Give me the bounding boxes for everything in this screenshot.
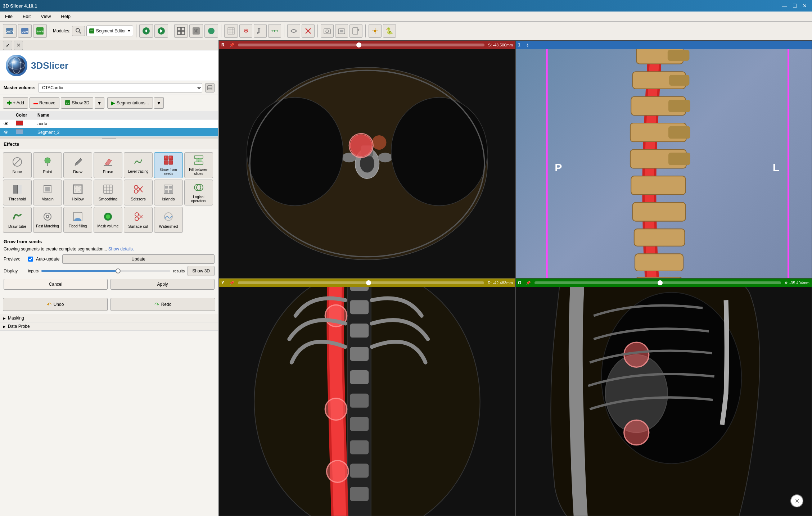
ruler-btn[interactable] (268, 24, 281, 38)
effect-paint-btn[interactable]: Paint (33, 152, 62, 178)
show-3d-dropdown-btn[interactable]: ▼ (95, 97, 104, 109)
effect-draw-tube-btn[interactable]: Draw tube (3, 207, 32, 233)
effect-logical-btn[interactable]: Logical operators (184, 180, 213, 205)
close-tool-btn[interactable] (302, 24, 315, 38)
show-details-link[interactable]: Show details. (108, 246, 134, 252)
green-slider-track[interactable] (534, 281, 781, 284)
dcm-btn[interactable]: DCM (18, 24, 32, 38)
pencil-btn[interactable] (254, 24, 267, 38)
orient-btn[interactable] (369, 24, 382, 38)
svg-rect-127 (668, 50, 690, 61)
cancel-btn[interactable]: Cancel (4, 279, 108, 290)
apply-btn[interactable]: Apply (110, 279, 215, 290)
menu-file[interactable]: File (3, 13, 15, 20)
transform-btn[interactable] (287, 24, 300, 38)
yellow-slider-thumb[interactable] (366, 280, 371, 285)
menu-help[interactable]: Help (59, 13, 73, 20)
panel-resize-btn[interactable]: ⤢ (3, 41, 12, 50)
segment-color-seg2 (12, 128, 34, 137)
minimize-button[interactable]: — (780, 1, 789, 10)
effect-islands-btn[interactable]: Islands (154, 180, 183, 205)
data-probe-arrow-icon: ▶ (3, 325, 6, 329)
display-slider[interactable] (41, 270, 170, 272)
snowflake-btn[interactable]: ❄ (239, 24, 252, 38)
close-circle-btn[interactable]: ✕ (790, 494, 803, 507)
segment-visibility-aorta[interactable]: 👁 (0, 119, 12, 128)
data-btn[interactable]: DATA (3, 24, 17, 38)
effect-mask-volume-btn[interactable]: Mask volume (94, 207, 122, 233)
layout-grid-btn[interactable] (174, 24, 188, 38)
red-pin-btn[interactable]: 📌 (229, 43, 234, 47)
effect-level-tracing-btn[interactable]: Level tracing (124, 152, 153, 178)
close-button[interactable]: ✕ (800, 1, 809, 10)
show-3d-btn[interactable]: 3D Show 3D (61, 97, 94, 109)
svg-rect-87 (165, 186, 168, 189)
export-btn[interactable] (349, 24, 362, 38)
effect-watershed-btn[interactable]: Watershed (154, 207, 183, 233)
segmentations-btn[interactable]: ▶ Segmentations... (107, 97, 153, 109)
segmentations-dropdown-btn[interactable]: ▼ (154, 97, 164, 109)
svg-point-100 (135, 217, 139, 221)
master-volume-select[interactable]: CTACardio (38, 83, 202, 92)
undo-btn[interactable]: ↶ Undo (3, 298, 108, 311)
python-btn[interactable]: 🐍 (383, 24, 396, 38)
effect-none-btn[interactable]: None (3, 152, 32, 178)
effect-margin-btn[interactable]: Margin (33, 180, 62, 205)
forward-btn[interactable] (154, 24, 168, 38)
svg-rect-26 (257, 32, 258, 34)
master-volume-config-btn[interactable] (205, 83, 215, 92)
effect-draw-btn[interactable]: Draw (63, 152, 92, 178)
svg-text:DATA: DATA (5, 30, 14, 33)
svg-rect-126 (636, 277, 682, 278)
display-show-3d-btn[interactable]: Show 3D (188, 266, 215, 276)
3d-pin-btn[interactable]: ⊹ (526, 43, 529, 47)
svg-rect-129 (668, 100, 690, 112)
effect-smoothing-btn[interactable]: Smoothing (94, 180, 122, 205)
center-btn[interactable] (204, 24, 218, 38)
3d-view-btn[interactable]: 3D (189, 24, 203, 38)
table-row[interactable]: 👁 aorta (0, 119, 218, 128)
panel-close-btn[interactable]: ✕ (14, 41, 23, 50)
module-selector[interactable]: Segment Editor ▼ (86, 26, 134, 36)
margin-label: Margin (41, 197, 54, 201)
table-row[interactable]: 👁 Segment_2 (0, 128, 218, 137)
left-panel: ⤢ ✕ (0, 40, 219, 516)
effect-fill-slices-btn[interactable]: Fill between slices (184, 152, 213, 178)
green-slider-thumb[interactable] (658, 280, 663, 285)
back-btn[interactable] (139, 24, 153, 38)
menu-view[interactable]: View (39, 13, 53, 20)
green-pin-btn[interactable]: 📌 (526, 281, 531, 285)
data-probe-section[interactable]: ▶ Data Probe (0, 322, 218, 331)
auto-update-checkbox[interactable] (28, 257, 33, 262)
segments-table: Color Name 👁 aorta 👁 Segment_2 (0, 111, 218, 137)
snapshot-btn[interactable] (335, 24, 348, 38)
update-btn[interactable]: Update (62, 254, 215, 264)
effect-hollow-btn[interactable]: Hollow (63, 180, 92, 205)
menu-edit[interactable]: Edit (21, 13, 33, 20)
toolbar-separator-4 (221, 24, 221, 37)
red-slider-track[interactable] (238, 44, 484, 46)
effect-fast-marching-btn[interactable]: Fast Marching (33, 207, 62, 233)
save-btn[interactable]: SAVE (33, 24, 47, 38)
display-label: Display (4, 268, 25, 273)
screenshot-btn[interactable] (321, 24, 334, 38)
redo-btn[interactable]: ↷ Redo (110, 298, 215, 311)
masking-section[interactable]: ▶ Masking (0, 314, 218, 322)
grid-overlay-btn[interactable] (224, 24, 238, 38)
effect-erase-btn[interactable]: Erase (94, 152, 122, 178)
remove-segment-btn[interactable]: ▬ Remove (30, 97, 59, 109)
effect-threshold-btn[interactable]: Threshold (3, 180, 32, 205)
yellow-slider-track[interactable] (238, 281, 484, 284)
red-slider-thumb[interactable] (356, 42, 361, 47)
fast-marching-label: Fast Marching (36, 224, 59, 228)
draw-icon (73, 157, 83, 168)
effect-flood-filling-btn[interactable]: Flood filling (63, 207, 92, 233)
maximize-button[interactable]: ☐ (790, 1, 799, 10)
yellow-pin-btn[interactable]: 📌 (229, 281, 234, 285)
effect-grow-seeds-btn[interactable]: Grow from seeds (154, 152, 183, 178)
add-segment-btn[interactable]: ✚ + Add (3, 97, 28, 109)
effect-scissors-btn[interactable]: Scissors (124, 180, 153, 205)
effect-surface-cut-btn[interactable]: Surface cut (124, 207, 153, 233)
search-modules-btn[interactable] (72, 26, 85, 36)
segment-visibility-seg2[interactable]: 👁 (0, 128, 12, 137)
